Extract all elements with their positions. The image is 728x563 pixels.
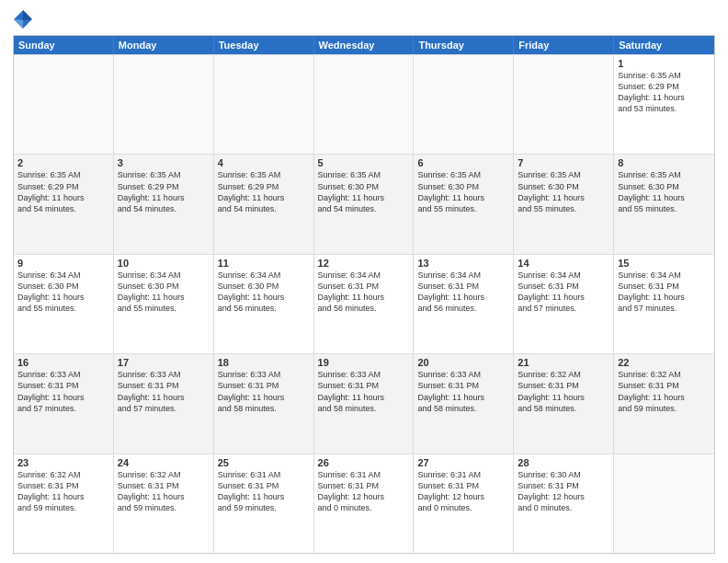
- calendar-header-cell: Tuesday: [214, 36, 314, 54]
- cell-text: Sunrise: 6:30 AM Sunset: 6:31 PM Dayligh…: [518, 469, 609, 514]
- cell-text: Sunrise: 6:34 AM Sunset: 6:31 PM Dayligh…: [417, 270, 509, 315]
- cell-text: Sunrise: 6:34 AM Sunset: 6:30 PM Dayligh…: [17, 270, 109, 315]
- day-number: 4: [218, 157, 310, 168]
- cell-text: Sunrise: 6:34 AM Sunset: 6:31 PM Dayligh…: [618, 270, 711, 315]
- day-number: 1: [618, 58, 711, 69]
- day-number: 18: [218, 357, 310, 368]
- calendar-cell: [414, 55, 514, 154]
- calendar-cell: 7Sunrise: 6:35 AM Sunset: 6:30 PM Daylig…: [514, 155, 614, 253]
- calendar-cell: [214, 55, 314, 154]
- calendar-cell: 1Sunrise: 6:35 AM Sunset: 6:29 PM Daylig…: [614, 55, 714, 154]
- calendar-cell: 12Sunrise: 6:34 AM Sunset: 6:31 PM Dayli…: [314, 255, 415, 353]
- cell-text: Sunrise: 6:34 AM Sunset: 6:30 PM Dayligh…: [218, 270, 310, 315]
- cell-text: Sunrise: 6:35 AM Sunset: 6:29 PM Dayligh…: [17, 169, 109, 214]
- cell-text: Sunrise: 6:34 AM Sunset: 6:30 PM Dayligh…: [118, 270, 210, 315]
- calendar-cell: 27Sunrise: 6:31 AM Sunset: 6:31 PM Dayli…: [414, 454, 514, 553]
- calendar-header-cell: Wednesday: [314, 36, 415, 54]
- calendar-cell: 23Sunrise: 6:32 AM Sunset: 6:31 PM Dayli…: [14, 454, 114, 553]
- day-number: 2: [17, 157, 109, 168]
- day-number: 8: [618, 157, 711, 168]
- day-number: 3: [118, 157, 210, 168]
- cell-text: Sunrise: 6:35 AM Sunset: 6:30 PM Dayligh…: [318, 169, 410, 214]
- calendar-cell: 22Sunrise: 6:32 AM Sunset: 6:31 PM Dayli…: [614, 354, 714, 453]
- cell-text: Sunrise: 6:33 AM Sunset: 6:31 PM Dayligh…: [218, 369, 310, 414]
- day-number: 14: [518, 258, 609, 269]
- calendar-week: 16Sunrise: 6:33 AM Sunset: 6:31 PM Dayli…: [14, 353, 714, 453]
- day-number: 25: [218, 457, 310, 468]
- cell-text: Sunrise: 6:31 AM Sunset: 6:31 PM Dayligh…: [417, 469, 509, 514]
- day-number: 10: [118, 258, 210, 269]
- calendar-cell: 15Sunrise: 6:34 AM Sunset: 6:31 PM Dayli…: [614, 255, 714, 353]
- calendar-body: 1Sunrise: 6:35 AM Sunset: 6:29 PM Daylig…: [14, 54, 714, 553]
- calendar-cell: 11Sunrise: 6:34 AM Sunset: 6:30 PM Dayli…: [214, 255, 314, 353]
- calendar-header-cell: Saturday: [614, 36, 714, 54]
- calendar-cell: 25Sunrise: 6:31 AM Sunset: 6:31 PM Dayli…: [214, 454, 314, 553]
- cell-text: Sunrise: 6:33 AM Sunset: 6:31 PM Dayligh…: [318, 369, 410, 414]
- cell-text: Sunrise: 6:32 AM Sunset: 6:31 PM Dayligh…: [518, 369, 609, 414]
- day-number: 6: [417, 157, 509, 168]
- cell-text: Sunrise: 6:35 AM Sunset: 6:29 PM Dayligh…: [618, 70, 711, 115]
- cell-text: Sunrise: 6:33 AM Sunset: 6:31 PM Dayligh…: [17, 369, 109, 414]
- calendar-cell: 14Sunrise: 6:34 AM Sunset: 6:31 PM Dayli…: [514, 255, 614, 353]
- day-number: 24: [118, 457, 210, 468]
- day-number: 13: [417, 258, 509, 269]
- day-number: 19: [318, 357, 410, 368]
- svg-marker-2: [14, 19, 23, 29]
- calendar-header-cell: Thursday: [414, 36, 514, 54]
- calendar-cell: [14, 55, 114, 154]
- day-number: 22: [618, 357, 711, 368]
- calendar-header: SundayMondayTuesdayWednesdayThursdayFrid…: [14, 36, 714, 54]
- calendar-cell: [114, 55, 214, 154]
- cell-text: Sunrise: 6:35 AM Sunset: 6:29 PM Dayligh…: [118, 169, 210, 214]
- calendar-header-cell: Friday: [514, 36, 614, 54]
- cell-text: Sunrise: 6:35 AM Sunset: 6:30 PM Dayligh…: [618, 169, 711, 214]
- day-number: 21: [518, 357, 609, 368]
- calendar-cell: 21Sunrise: 6:32 AM Sunset: 6:31 PM Dayli…: [514, 354, 614, 453]
- day-number: 28: [518, 457, 609, 468]
- calendar-cell: 10Sunrise: 6:34 AM Sunset: 6:30 PM Dayli…: [114, 255, 214, 353]
- calendar-cell: 17Sunrise: 6:33 AM Sunset: 6:31 PM Dayli…: [114, 354, 214, 453]
- day-number: 16: [17, 357, 109, 368]
- svg-marker-1: [23, 10, 32, 20]
- day-number: 9: [17, 258, 109, 269]
- calendar-cell: 24Sunrise: 6:32 AM Sunset: 6:31 PM Dayli…: [114, 454, 214, 553]
- cell-text: Sunrise: 6:33 AM Sunset: 6:31 PM Dayligh…: [417, 369, 509, 414]
- calendar-cell: [514, 55, 614, 154]
- day-number: 12: [318, 258, 410, 269]
- calendar-cell: 5Sunrise: 6:35 AM Sunset: 6:30 PM Daylig…: [314, 155, 415, 253]
- calendar-cell: [314, 55, 415, 154]
- calendar-cell: 9Sunrise: 6:34 AM Sunset: 6:30 PM Daylig…: [14, 255, 114, 353]
- cell-text: Sunrise: 6:31 AM Sunset: 6:31 PM Dayligh…: [318, 469, 410, 514]
- day-number: 20: [417, 357, 509, 368]
- calendar-cell: 19Sunrise: 6:33 AM Sunset: 6:31 PM Dayli…: [314, 354, 415, 453]
- calendar-cell: 4Sunrise: 6:35 AM Sunset: 6:29 PM Daylig…: [214, 155, 314, 253]
- calendar-cell: 6Sunrise: 6:35 AM Sunset: 6:30 PM Daylig…: [414, 155, 514, 253]
- cell-text: Sunrise: 6:35 AM Sunset: 6:30 PM Dayligh…: [518, 169, 609, 214]
- logo-icon: [13, 9, 33, 29]
- day-number: 5: [318, 157, 410, 168]
- calendar-cell: 2Sunrise: 6:35 AM Sunset: 6:29 PM Daylig…: [14, 155, 114, 253]
- logo: [13, 9, 35, 29]
- calendar-cell: 16Sunrise: 6:33 AM Sunset: 6:31 PM Dayli…: [14, 354, 114, 453]
- cell-text: Sunrise: 6:34 AM Sunset: 6:31 PM Dayligh…: [518, 270, 609, 315]
- day-number: 17: [118, 357, 210, 368]
- cell-text: Sunrise: 6:34 AM Sunset: 6:31 PM Dayligh…: [318, 270, 410, 315]
- calendar-week: 23Sunrise: 6:32 AM Sunset: 6:31 PM Dayli…: [14, 454, 714, 553]
- calendar-header-cell: Sunday: [14, 36, 114, 54]
- cell-text: Sunrise: 6:35 AM Sunset: 6:29 PM Dayligh…: [218, 169, 310, 214]
- calendar-cell: 28Sunrise: 6:30 AM Sunset: 6:31 PM Dayli…: [514, 454, 614, 553]
- day-number: 11: [218, 258, 310, 269]
- day-number: 7: [518, 157, 609, 168]
- calendar-week: 9Sunrise: 6:34 AM Sunset: 6:30 PM Daylig…: [14, 254, 714, 353]
- cell-text: Sunrise: 6:33 AM Sunset: 6:31 PM Dayligh…: [118, 369, 210, 414]
- day-number: 27: [417, 457, 509, 468]
- page: SundayMondayTuesdayWednesdayThursdayFrid…: [0, 0, 728, 563]
- calendar-cell: [614, 454, 714, 553]
- calendar-cell: 18Sunrise: 6:33 AM Sunset: 6:31 PM Dayli…: [214, 354, 314, 453]
- calendar-week: 1Sunrise: 6:35 AM Sunset: 6:29 PM Daylig…: [14, 54, 714, 154]
- day-number: 23: [17, 457, 109, 468]
- cell-text: Sunrise: 6:31 AM Sunset: 6:31 PM Dayligh…: [218, 469, 310, 514]
- day-number: 26: [318, 457, 410, 468]
- calendar-cell: 26Sunrise: 6:31 AM Sunset: 6:31 PM Dayli…: [314, 454, 415, 553]
- calendar-cell: 20Sunrise: 6:33 AM Sunset: 6:31 PM Dayli…: [414, 354, 514, 453]
